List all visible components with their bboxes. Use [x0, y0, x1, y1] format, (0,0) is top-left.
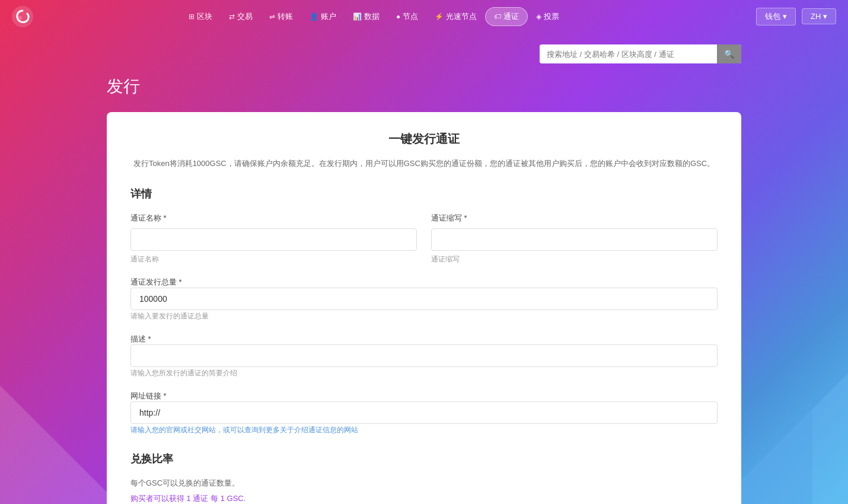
nav-blocks-label: 区块 [197, 11, 212, 22]
sidebar-item-token[interactable]: 🏷 通证 [485, 7, 528, 26]
url-input[interactable] [130, 401, 718, 424]
nodes-icon: ● [396, 12, 400, 21]
url-label: 网址链接 * [130, 391, 167, 400]
nav-data-label: 数据 [364, 11, 380, 22]
issue-token-card: 一键发行通证 发行Token将消耗1000GSC，请确保账户内余额充足。在发行期… [107, 112, 741, 504]
data-icon: 📊 [353, 12, 362, 21]
total-supply-label: 通证发行总量 * [130, 277, 182, 286]
token-name-group: 通证名称 * 通证名称 [130, 213, 417, 264]
transfer-icon: ⇌ [269, 12, 275, 21]
token-abbr-hint: 通证缩写 [431, 254, 718, 264]
total-supply-input[interactable] [130, 288, 718, 310]
nav-transactions-label: 交易 [237, 11, 253, 22]
flash-icon: ⚡ [435, 12, 444, 21]
sidebar-item-vote[interactable]: ◈ 投票 [528, 8, 568, 25]
transactions-icon: ⇄ [229, 12, 235, 21]
search-icon: 🔍 [724, 49, 734, 59]
exchange-highlight: 购买者可以获得 1 通证 每 1 GSC. [130, 493, 718, 504]
nav-token-label: 通证 [503, 11, 519, 22]
nav-account-label: 账户 [321, 11, 336, 22]
token-name-input[interactable] [130, 228, 417, 251]
sidebar-item-transfer[interactable]: ⇌ 转账 [261, 8, 301, 25]
description-input[interactable] [130, 344, 718, 367]
token-name-hint: 通证名称 [130, 254, 417, 264]
total-supply-hint: 请输入要发行的通证总量 [130, 312, 209, 320]
sidebar-item-account[interactable]: 👤 账户 [301, 8, 345, 25]
nav-nodes-label: 节点 [403, 11, 418, 22]
blocks-icon: ⊞ [189, 12, 195, 21]
name-abbr-row: 通证名称 * 通证名称 通证缩写 * 通证缩写 [130, 213, 718, 264]
exchange-section: 兑换比率 每个GSC可以兑换的通证数量。 购买者可以获得 1 通证 每 1 GS… [130, 452, 718, 504]
search-input[interactable] [540, 45, 717, 63]
language-button[interactable]: ZH ▾ [802, 8, 836, 24]
nav-transfer-label: 转账 [278, 11, 293, 22]
url-group: 网址链接 * 请输入您的官网或社交网站，或可以查询到更多关于介绍通证信息的网站 [130, 390, 718, 435]
main-content: 🔍 发行 一键发行通证 发行Token将消耗1000GSC，请确保账户内余额充足… [0, 33, 848, 504]
card-description: 发行Token将消耗1000GSC，请确保账户内余额充足。在发行期内，用户可以用… [130, 157, 718, 170]
description-label: 描述 * [130, 334, 151, 343]
exchange-section-title: 兑换比率 [130, 452, 718, 466]
sidebar-item-flash-nodes[interactable]: ⚡ 光速节点 [426, 8, 485, 25]
header-right: 钱包 ▾ ZH ▾ [756, 8, 836, 25]
description-hint: 请输入您所发行的通证的简要介绍 [130, 369, 237, 377]
token-abbr-group: 通证缩写 * 通证缩写 [431, 213, 718, 264]
search-box: 🔍 [540, 44, 741, 63]
vote-icon: ◈ [536, 12, 541, 21]
account-icon: 👤 [310, 12, 318, 21]
wallet-label: 钱包 ▾ [765, 11, 787, 22]
sidebar-item-data[interactable]: 📊 数据 [345, 8, 388, 25]
page-title: 发行 [107, 75, 741, 98]
details-section-title: 详情 [130, 187, 718, 201]
search-button[interactable]: 🔍 [717, 44, 741, 63]
sidebar-item-blocks[interactable]: ⊞ 区块 [180, 8, 221, 25]
token-abbr-label: 通证缩写 * [431, 213, 718, 224]
card-title: 一键发行通证 [130, 131, 718, 147]
exchange-desc: 每个GSC可以兑换的通证数量。 [130, 478, 718, 489]
sidebar-item-nodes[interactable]: ● 节点 [388, 8, 426, 25]
sidebar-item-transactions[interactable]: ⇄ 交易 [221, 8, 261, 25]
token-abbr-input[interactable] [431, 228, 718, 251]
description-group: 描述 * 请输入您所发行的通证的简要介绍 [130, 333, 718, 378]
main-nav: ⊞ 区块 ⇄ 交易 ⇌ 转账 👤 账户 📊 数据 ● 节点 ⚡ 光速节点 🏷 [0, 7, 756, 26]
wallet-button[interactable]: 钱包 ▾ [756, 8, 796, 25]
url-hint: 请输入您的官网或社交网站，或可以查询到更多关于介绍通证信息的网站 [130, 426, 358, 434]
lang-label: ZH ▾ [811, 12, 827, 21]
total-supply-group: 通证发行总量 * 请输入要发行的通证总量 [130, 276, 718, 321]
search-row: 🔍 [107, 44, 741, 63]
token-icon: 🏷 [494, 12, 501, 21]
header: ⊞ 区块 ⇄ 交易 ⇌ 转账 👤 账户 📊 数据 ● 节点 ⚡ 光速节点 🏷 [0, 0, 848, 33]
nav-vote-label: 投票 [544, 11, 559, 22]
token-name-label: 通证名称 * [130, 213, 417, 224]
nav-flash-label: 光速节点 [446, 11, 477, 22]
